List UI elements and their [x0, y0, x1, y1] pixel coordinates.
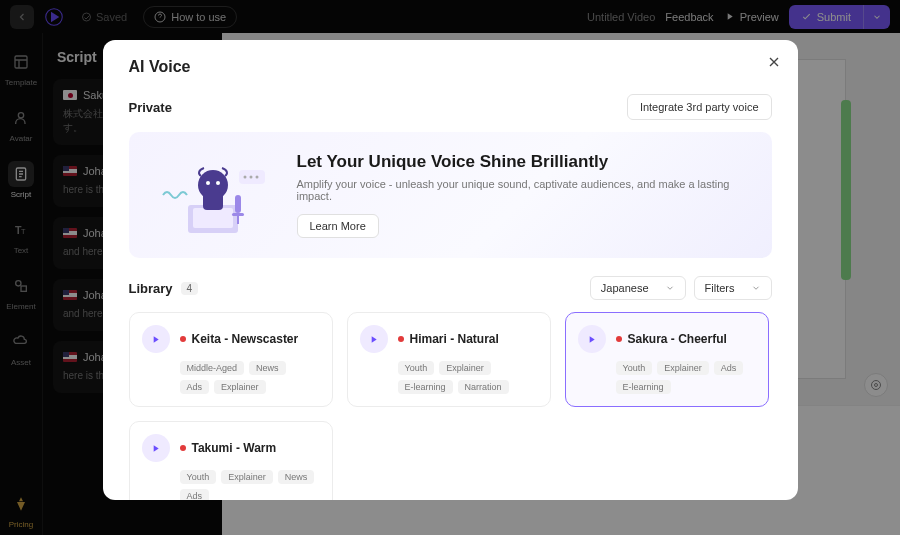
library-controls: Japanese Filters — [590, 276, 772, 300]
svg-rect-17 — [235, 195, 241, 213]
svg-rect-19 — [237, 216, 239, 224]
voice-card[interactable]: Keita - NewscasterMiddle-AgedNewsAdsExpl… — [129, 312, 333, 407]
svg-rect-18 — [232, 213, 244, 216]
voice-name: Sakura - Cheerful — [616, 332, 727, 346]
voice-tag: Youth — [616, 361, 653, 375]
svg-point-21 — [243, 176, 246, 179]
voice-card-top: Sakura - Cheerful — [578, 325, 756, 353]
voice-card[interactable]: Takumi - WarmYouthExplainerNewsAds — [129, 421, 333, 500]
voice-tag: News — [249, 361, 286, 375]
hero-illustration — [153, 150, 273, 240]
chevron-down-icon — [665, 283, 675, 293]
private-section-header: Private Integrate 3rd party voice — [129, 94, 772, 120]
voice-tags: YouthExplainerE-learningNarration — [398, 361, 538, 394]
voice-name: Takumi - Warm — [180, 441, 277, 455]
recording-dot-icon — [180, 336, 186, 342]
voice-tag: Middle-Aged — [180, 361, 245, 375]
voice-tag: Youth — [180, 470, 217, 484]
voice-name: Keita - Newscaster — [180, 332, 299, 346]
close-icon[interactable] — [766, 54, 782, 70]
voice-tag: Ads — [714, 361, 744, 375]
voice-tag: E-learning — [398, 380, 453, 394]
voice-tag: Ads — [180, 380, 210, 394]
svg-point-15 — [206, 181, 210, 185]
voice-card-grid: Keita - NewscasterMiddle-AgedNewsAdsExpl… — [129, 312, 772, 500]
library-count: 4 — [181, 282, 199, 295]
hero-banner: Let Your Unique Voice Shine Brilliantly … — [129, 132, 772, 258]
voice-tag: Explainer — [439, 361, 491, 375]
play-button[interactable] — [578, 325, 606, 353]
library-label: Library 4 — [129, 281, 199, 296]
hero-description: Amplify your voice - unleash your unique… — [297, 178, 748, 202]
voice-tag: Explainer — [657, 361, 709, 375]
recording-dot-icon — [616, 336, 622, 342]
play-button[interactable] — [142, 325, 170, 353]
svg-point-16 — [216, 181, 220, 185]
recording-dot-icon — [398, 336, 404, 342]
svg-rect-14 — [203, 192, 223, 210]
hero-text: Let Your Unique Voice Shine Brilliantly … — [297, 152, 748, 238]
library-header: Library 4 Japanese Filters — [129, 276, 772, 300]
voice-card[interactable]: Himari - NaturalYouthExplainerE-learning… — [347, 312, 551, 407]
voice-tag: E-learning — [616, 380, 671, 394]
voice-tag: Explainer — [221, 470, 273, 484]
chevron-down-icon — [751, 283, 761, 293]
voice-tags: YouthExplainerAdsE-learning — [616, 361, 756, 394]
voice-card-top: Takumi - Warm — [142, 434, 320, 462]
voice-card[interactable]: Sakura - CheerfulYouthExplainerAdsE-lear… — [565, 312, 769, 407]
private-label: Private — [129, 100, 172, 115]
voice-tag: Ads — [180, 489, 210, 500]
voice-tag: Explainer — [214, 380, 266, 394]
svg-point-22 — [249, 176, 252, 179]
voice-tag: Youth — [398, 361, 435, 375]
play-button[interactable] — [360, 325, 388, 353]
language-select[interactable]: Japanese — [590, 276, 686, 300]
hero-title: Let Your Unique Voice Shine Brilliantly — [297, 152, 748, 172]
voice-tag: News — [278, 470, 315, 484]
voice-card-top: Himari - Natural — [360, 325, 538, 353]
modal-title: AI Voice — [129, 58, 772, 76]
voice-name: Himari - Natural — [398, 332, 499, 346]
integrate-button[interactable]: Integrate 3rd party voice — [627, 94, 772, 120]
voice-tag: Narration — [458, 380, 509, 394]
voice-tags: YouthExplainerNewsAds — [180, 470, 320, 500]
recording-dot-icon — [180, 445, 186, 451]
learn-more-button[interactable]: Learn More — [297, 214, 379, 238]
voice-tags: Middle-AgedNewsAdsExplainer — [180, 361, 320, 394]
voice-card-top: Keita - Newscaster — [142, 325, 320, 353]
modal-overlay[interactable]: AI Voice Private Integrate 3rd party voi… — [0, 0, 900, 535]
ai-voice-modal: AI Voice Private Integrate 3rd party voi… — [103, 40, 798, 500]
svg-point-23 — [255, 176, 258, 179]
svg-rect-12 — [193, 208, 233, 228]
filters-select[interactable]: Filters — [694, 276, 772, 300]
play-button[interactable] — [142, 434, 170, 462]
